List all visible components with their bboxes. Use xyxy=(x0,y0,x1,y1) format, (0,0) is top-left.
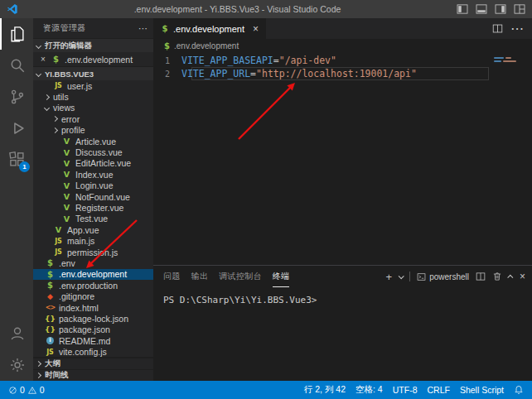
customize-layout-icon[interactable] xyxy=(514,4,525,14)
activity-extensions-icon[interactable]: 1 xyxy=(0,144,33,175)
tree-item[interactable]: views xyxy=(33,103,153,113)
window-title: .env.development - Yi.BBS.Vue3 - Visual … xyxy=(18,4,457,14)
tree-item[interactable]: VDiscuss.vue xyxy=(33,147,153,157)
html-file-icon: <> xyxy=(45,304,56,311)
panel-tabs: 问题输出调试控制台终端 xyxy=(163,266,289,287)
tree-item[interactable]: VArticle.vue xyxy=(33,136,153,147)
tree-item-label: .gitignore xyxy=(59,291,94,301)
editor-area: $ .env.development × ⋯ $ .env.developmen… xyxy=(153,18,532,381)
env-file-icon: $ xyxy=(45,270,56,279)
tree-item[interactable]: {}package.json xyxy=(33,324,153,335)
activity-source-control-icon[interactable] xyxy=(0,81,33,113)
tree-item[interactable]: JSmain.js xyxy=(33,235,153,246)
code-line[interactable]: 2VITE_APP_URL="http://localhost:19001/ap… xyxy=(153,67,532,80)
timeline-label: 时间线 xyxy=(45,370,69,381)
tree-item[interactable]: JSuser.js xyxy=(33,80,153,91)
status-item[interactable]: Shell Script xyxy=(460,385,504,395)
tab-close-icon[interactable]: × xyxy=(253,23,259,35)
tree-item[interactable]: $.env.production xyxy=(33,280,153,291)
status-bar: 0 0 行 2, 列 42空格: 4UTF-8CRLFShell Script xyxy=(0,381,532,399)
kill-terminal-trash-icon[interactable] xyxy=(492,272,502,281)
tree-item[interactable]: utils xyxy=(33,91,153,102)
breadcrumb[interactable]: $ .env.development xyxy=(153,39,532,52)
env-file-icon: $ xyxy=(45,281,56,290)
panel-tab[interactable]: 调试控制台 xyxy=(219,266,262,287)
tree-item[interactable]: VApp.vue xyxy=(33,224,153,235)
tree-item[interactable]: <>index.html xyxy=(33,302,153,313)
problems-status[interactable]: 0 0 xyxy=(8,385,45,395)
activity-run-debug-icon[interactable] xyxy=(0,113,33,144)
panel-tab[interactable]: 输出 xyxy=(191,266,209,287)
tree-item-label: user.js xyxy=(67,81,92,91)
settings-gear-icon[interactable] xyxy=(0,349,33,381)
tree-item[interactable]: iREADME.md xyxy=(33,335,153,346)
tree-item-label: Discuss.vue xyxy=(75,147,123,157)
open-editors-header[interactable]: 打开的编辑器 xyxy=(33,38,153,52)
open-editor-item[interactable]: × $ .env.development xyxy=(33,52,153,66)
chevron-down-icon xyxy=(36,70,41,76)
toggle-sidebar-left-icon[interactable] xyxy=(457,4,468,14)
terminal-body[interactable]: PS D:\CSharp\Yi\Yi.BBS.Vue3> xyxy=(153,287,532,381)
close-icon[interactable]: × xyxy=(39,55,47,64)
status-item[interactable]: UTF-8 xyxy=(393,385,418,395)
status-right-items: 行 2, 列 42空格: 4UTF-8CRLFShell Script xyxy=(304,384,524,396)
tree-item[interactable]: JSpermission.js xyxy=(33,247,153,257)
vue-file-icon: V xyxy=(61,170,72,179)
tree-item[interactable]: {}package-lock.json xyxy=(33,313,153,324)
tree-item-label: Test.vue xyxy=(75,214,108,224)
more-actions-icon[interactable]: ⋯ xyxy=(138,23,148,34)
panel-tab[interactable]: 终端 xyxy=(273,266,290,287)
code-editor[interactable]: 1VITE_APP_BASEAPI="/api-dev"2VITE_APP_UR… xyxy=(153,52,532,265)
md-file-icon: i xyxy=(46,337,54,344)
toggle-panel-icon[interactable] xyxy=(476,4,487,14)
tree-item[interactable]: VNotFound.vue xyxy=(33,191,153,202)
tree-item[interactable]: VEditArticle.vue xyxy=(33,158,153,169)
tree-item[interactable]: profile xyxy=(33,125,153,136)
status-item[interactable]: 空格: 4 xyxy=(355,384,383,396)
new-terminal-icon[interactable]: + xyxy=(386,272,393,282)
tree-item[interactable]: $.env xyxy=(33,257,153,268)
account-icon[interactable] xyxy=(0,318,33,349)
tree-item[interactable]: $.env.development xyxy=(33,269,153,280)
sidebar-title: 资源管理器 xyxy=(43,22,86,34)
tree-item[interactable]: VTest.vue xyxy=(33,214,153,224)
tab-env-development[interactable]: $ .env.development × xyxy=(153,18,266,39)
tree-item[interactable]: JSvite.config.js xyxy=(33,346,153,357)
panel-tab[interactable]: 问题 xyxy=(163,266,181,287)
status-item[interactable]: 行 2, 列 42 xyxy=(304,384,346,396)
terminal-icon xyxy=(417,272,426,281)
activity-search-icon[interactable] xyxy=(0,50,33,81)
tree-item[interactable]: VLogin.vue xyxy=(33,180,153,191)
tree-item[interactable]: ◆.gitignore xyxy=(33,291,153,301)
maximize-panel-icon[interactable] xyxy=(507,274,513,280)
minimap[interactable] xyxy=(492,55,529,64)
editor-more-actions-icon[interactable]: ⋯ xyxy=(510,21,525,36)
tree-item[interactable]: error xyxy=(33,113,153,124)
open-editors-label: 打开的编辑器 xyxy=(45,41,92,51)
tree-item-label: package-lock.json xyxy=(59,314,128,324)
chevron-right-icon xyxy=(52,127,58,133)
activity-explorer-icon[interactable] xyxy=(0,18,33,50)
notifications-bell-icon[interactable] xyxy=(514,385,524,395)
env-file-icon: $ xyxy=(163,41,171,50)
separator xyxy=(409,272,410,281)
js-file-icon: JS xyxy=(53,238,64,245)
split-terminal-icon[interactable] xyxy=(476,272,486,281)
split-editor-icon[interactable] xyxy=(492,23,503,34)
outline-section[interactable]: 大纲 xyxy=(33,358,153,369)
terminal-profile-dropdown-icon[interactable] xyxy=(399,273,404,279)
tree-item[interactable]: VIndex.vue xyxy=(33,169,153,180)
timeline-section[interactable]: 时间线 xyxy=(33,369,153,381)
project-section-header[interactable]: YI.BBS.VUE3 xyxy=(33,66,153,80)
tree-item-label: Article.vue xyxy=(75,137,116,147)
close-panel-icon[interactable]: × xyxy=(520,271,525,282)
tree-item-label: Index.vue xyxy=(75,170,114,180)
toggle-sidebar-right-icon[interactable] xyxy=(495,4,506,14)
terminal-instance-powershell[interactable]: powershell xyxy=(417,272,469,281)
tree-item[interactable]: VRegister.vue xyxy=(33,202,153,213)
vue-file-icon: V xyxy=(61,203,72,212)
status-item[interactable]: CRLF xyxy=(427,385,449,395)
code-line[interactable]: 1VITE_APP_BASEAPI="/api-dev" xyxy=(153,54,532,67)
env-file-icon: $ xyxy=(161,24,169,33)
extensions-badge: 1 xyxy=(19,161,30,172)
